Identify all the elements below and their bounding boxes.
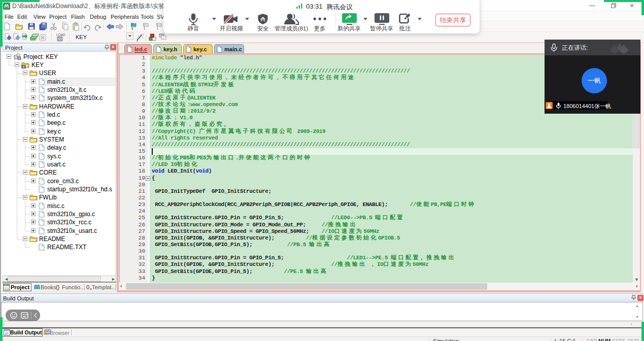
svg-text:LOAD: LOAD <box>56 33 65 37</box>
